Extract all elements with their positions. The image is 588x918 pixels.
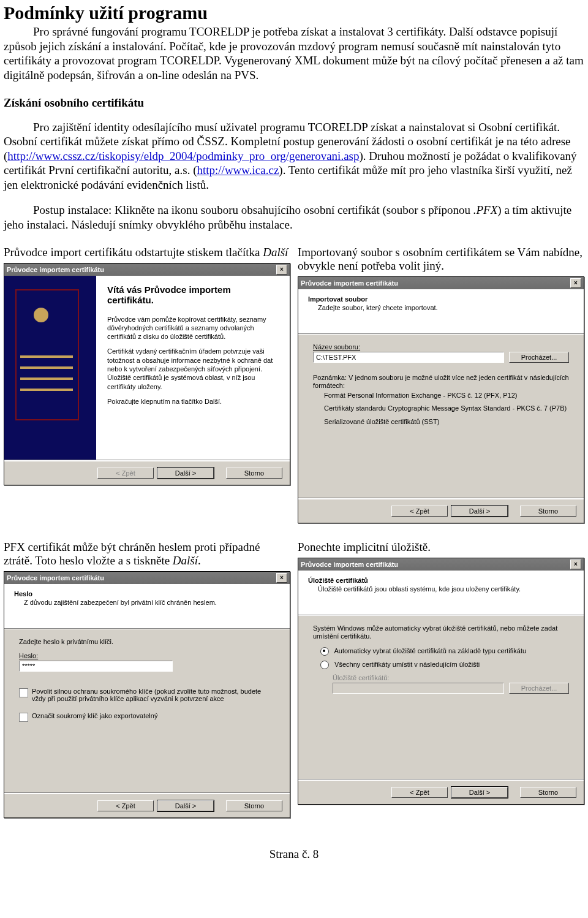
back-button: < Zpět <box>97 468 154 479</box>
exportable-label: Označit soukromý klíč jako exportovateln… <box>32 712 275 719</box>
import-heading: Importovat soubor <box>308 295 574 303</box>
welcome-heading: Vítá vás Průvodce importem certifikátu. <box>107 284 279 305</box>
next-button[interactable]: Další > <box>451 787 508 798</box>
store-manual-radio[interactable] <box>320 661 329 669</box>
next-button[interactable]: Další > <box>451 506 508 517</box>
page-title: Podmínky užití programu <box>4 2 584 23</box>
browse-button: Procházet... <box>509 683 569 694</box>
welcome-p2: Certifikát vydaný certifikačním úřadem p… <box>107 347 279 390</box>
link-cssz-generovani[interactable]: http://www.cssz.cz/tiskopisy/eldp_2004/p… <box>7 150 359 162</box>
wizard-cert-store: Průvodce importem certifikátu × Úložiště… <box>298 558 584 805</box>
wizard-title: Průvodce importem certifikátu <box>301 279 398 287</box>
intro-paragraph: Pro správné fungování programu TCORELDP … <box>4 25 584 82</box>
password-heading: Heslo <box>14 590 280 597</box>
back-button[interactable]: < Zpět <box>391 506 448 517</box>
wizard-import-file: Průvodce importem certifikátu × Importov… <box>298 276 584 523</box>
wizard-password: Průvodce importem certifikátu × Heslo Z … <box>4 571 290 818</box>
section-title-personal-cert: Získání osobního certifikátu <box>4 96 584 110</box>
password-subheading: Z důvodu zajištění zabezpečení byl privá… <box>24 599 280 606</box>
import-note: Poznámka: V jednom souboru je možné ulož… <box>313 374 569 390</box>
import-format-2: Certifikáty standardu Cryptographic Mess… <box>324 404 569 413</box>
import-format-1: Formát Personal Information Exchange - P… <box>324 392 569 400</box>
password-input[interactable] <box>19 661 173 672</box>
back-button[interactable]: < Zpět <box>97 800 154 811</box>
close-icon[interactable]: × <box>276 265 287 275</box>
store-path-label: Úložiště certifikátů: <box>333 674 569 681</box>
store-auto-radio[interactable] <box>320 647 329 656</box>
caption-password: PFX certifikát může být chráněn heslem p… <box>4 541 290 567</box>
exportable-checkbox[interactable] <box>19 713 28 722</box>
caption-import-file: Importovaný soubor s osobním certifikáte… <box>298 246 584 273</box>
browse-button[interactable]: Procházet... <box>509 352 569 363</box>
personal-cert-paragraph: Pro zajištění identity odesílajícího mus… <box>4 120 584 192</box>
file-path-input[interactable] <box>313 352 504 363</box>
strong-protection-label: Povolit silnou ochranu soukromého klíče … <box>32 688 275 702</box>
store-manual-label: Všechny certifikáty umístit v následujíc… <box>334 661 480 668</box>
file-label: Název souboru: <box>313 343 569 351</box>
store-auto-label: Automaticky vybrat úložiště certifikátů … <box>334 647 526 654</box>
strong-protection-checkbox[interactable] <box>19 688 28 697</box>
cancel-button[interactable]: Storno <box>226 468 282 479</box>
next-button[interactable]: Další > <box>157 800 214 811</box>
wizard-title: Průvodce importem certifikátu <box>301 561 398 568</box>
import-format-3: Serializované úložiště certifikátů (SST) <box>324 418 569 427</box>
import-subheading: Zadejte soubor, který chcete importovat. <box>318 304 574 311</box>
store-paragraph: Systém Windows může automaticky vybrat ú… <box>313 624 569 641</box>
caption-wizard-start: Průvodce import certifikátu odstartujte … <box>4 246 290 259</box>
close-icon[interactable]: × <box>570 560 581 569</box>
install-steps-paragraph: Postup instalace: Klikněte na ikonu soub… <box>4 203 584 232</box>
link-ica-cz[interactable]: http://www.ica.cz <box>197 164 279 176</box>
close-icon[interactable]: × <box>570 278 581 288</box>
password-prompt: Zadejte heslo k privátnímu klíči. <box>19 638 275 647</box>
wizard-title: Průvodce importem certifikátu <box>7 266 104 273</box>
caption-store: Ponechte implicitní úložiště. <box>298 541 584 554</box>
next-button[interactable]: Další > <box>157 468 214 479</box>
store-subheading: Úložiště certifikátů jsou oblasti systém… <box>318 585 574 593</box>
store-heading: Úložiště certifikátů <box>308 577 574 584</box>
wizard-side-graphic <box>4 276 96 460</box>
store-path-input <box>333 683 504 694</box>
cancel-button[interactable]: Storno <box>226 800 282 811</box>
cancel-button[interactable]: Storno <box>520 787 576 798</box>
welcome-p3: Pokračujte klepnutím na tlačítko Další. <box>107 397 279 406</box>
wizard-welcome: Průvodce importem certifikátu × Vítá vás… <box>4 263 290 485</box>
cancel-button[interactable]: Storno <box>520 506 576 517</box>
back-button[interactable]: < Zpět <box>391 787 448 798</box>
password-label: Heslo: <box>19 652 275 659</box>
welcome-p1: Průvodce vám pomůže kopírovat certifikát… <box>107 315 279 341</box>
close-icon[interactable]: × <box>276 573 287 583</box>
wizard-title: Průvodce importem certifikátu <box>7 574 104 582</box>
page-number: Strana č. 8 <box>4 848 584 868</box>
